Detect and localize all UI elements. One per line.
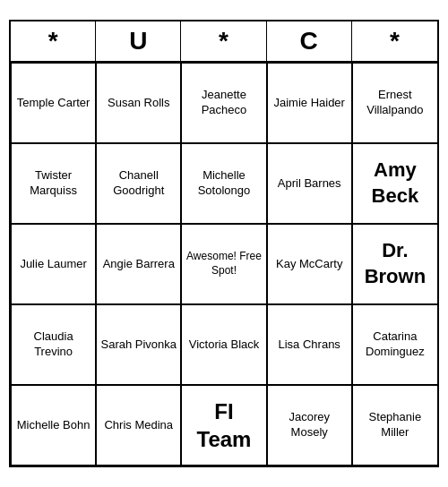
bingo-header: *U*C* — [11, 21, 437, 63]
bingo-cell: Catarina Dominguez — [352, 304, 437, 385]
bingo-cell: Stephanie Miller — [352, 385, 437, 466]
bingo-cell: Victoria Black — [181, 304, 266, 385]
bingo-cell: Jaimie Haider — [267, 63, 352, 143]
bingo-cell: Susan Rolls — [96, 63, 181, 143]
bingo-cell: Michelle Sotolongo — [181, 143, 266, 224]
header-cell: * — [352, 21, 437, 61]
bingo-cell: Twister Marquiss — [11, 143, 96, 224]
bingo-cell: FI Team — [181, 385, 266, 466]
bingo-cell: Chanell Goodright — [96, 143, 181, 224]
bingo-grid: Temple CarterSusan RollsJeanette Pacheco… — [11, 63, 437, 466]
bingo-cell: Jeanette Pacheco — [181, 63, 266, 143]
bingo-cell: April Barnes — [267, 143, 352, 224]
bingo-cell: Claudia Trevino — [11, 304, 96, 385]
header-cell: * — [181, 21, 266, 61]
header-cell: * — [11, 21, 96, 61]
bingo-cell: Temple Carter — [11, 63, 96, 143]
bingo-cell: Kay McCarty — [267, 224, 352, 304]
bingo-cell: Dr. Brown — [352, 224, 437, 304]
bingo-card: *U*C* Temple CarterSusan RollsJeanette P… — [9, 20, 439, 467]
bingo-cell: Angie Barrera — [96, 224, 181, 304]
bingo-cell: Amy Beck — [352, 143, 437, 224]
bingo-cell: Awesome! Free Spot! — [181, 224, 266, 304]
header-cell: U — [96, 21, 181, 61]
bingo-cell: Julie Laumer — [11, 224, 96, 304]
bingo-cell: Michelle Bohn — [11, 385, 96, 466]
header-cell: C — [267, 21, 352, 61]
bingo-cell: Ernest Villalpando — [352, 63, 437, 143]
bingo-cell: Lisa Chrans — [267, 304, 352, 385]
bingo-cell: Jacorey Mosely — [267, 385, 352, 466]
bingo-cell: Chris Medina — [96, 385, 181, 466]
bingo-cell: Sarah Pivonka — [96, 304, 181, 385]
